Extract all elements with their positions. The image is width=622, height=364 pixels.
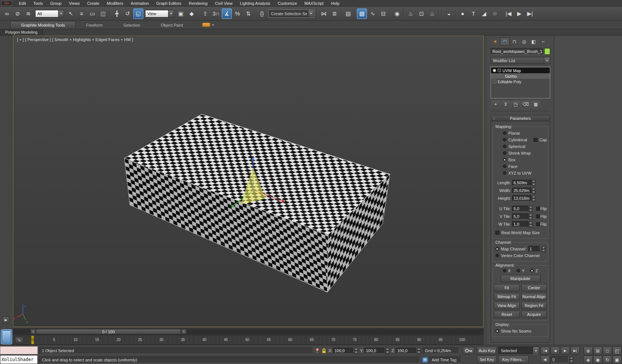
spinner-down-icon[interactable]: ▼: [354, 351, 358, 354]
application-logo-icon[interactable]: 3ds: [1, 1, 12, 6]
window-crossing-toggle[interactable]: ◫: [98, 9, 108, 19]
menu-item-group[interactable]: Group: [47, 1, 66, 6]
ribbon-tab-selection[interactable]: Selection: [113, 21, 150, 29]
track-bar[interactable]: ∿ 05101520253035404550556065707580859095…: [13, 335, 484, 345]
spinner-down-icon[interactable]: ▼: [385, 351, 389, 354]
mirror-button[interactable]: ⋈: [319, 9, 329, 19]
align-button-center[interactable]: Center: [521, 284, 547, 291]
spinner-up-icon[interactable]: ▲: [385, 348, 389, 351]
axis-y-radio[interactable]: [516, 269, 520, 273]
coord-y-field[interactable]: 100,0: [364, 348, 384, 354]
spinner-down-icon[interactable]: ▼: [529, 209, 533, 212]
face-radio[interactable]: [503, 165, 506, 168]
spinner-down-icon[interactable]: ▼: [529, 224, 533, 228]
map-channel-field[interactable]: 1: [528, 246, 539, 252]
frame-spinner[interactable]: ▲ ▼: [569, 357, 573, 363]
tab-motion[interactable]: ◎: [519, 37, 529, 46]
open-mini-curve-editor-button[interactable]: ∿: [15, 337, 23, 343]
menu-item-customize[interactable]: Customize: [274, 1, 301, 6]
make-unique-button[interactable]: ◳: [511, 101, 520, 108]
plugin-globe-button[interactable]: ◒: [444, 9, 454, 19]
modifier-list-dropdown[interactable]: Modifier List ▾: [491, 57, 550, 64]
spinner-up-icon[interactable]: ▲: [529, 213, 533, 217]
tile-u-tile-flip-checkbox[interactable]: [536, 207, 540, 211]
zoom-all-button[interactable]: ⊞: [593, 347, 602, 355]
set-keys-button[interactable]: [463, 347, 475, 354]
spinner-up-icon[interactable]: ▲: [569, 357, 573, 360]
menu-item-create[interactable]: Create: [83, 1, 103, 6]
add-time-tag-field[interactable]: Add Time Tag: [429, 357, 461, 363]
toggle-scene-explorer-button[interactable]: ▧: [357, 9, 367, 19]
align-button-view-align[interactable]: View Align: [494, 302, 520, 309]
modifier-stack-item-uvw-map[interactable]: -UVW Map: [491, 68, 550, 73]
tile-u-tile-field[interactable]: 5,0: [512, 206, 528, 212]
align-button-fit[interactable]: Fit: [494, 284, 520, 291]
rendered-frame-window-button[interactable]: ⊡: [417, 9, 427, 19]
modifier-stack-item-gizmo[interactable]: Gizmo: [491, 73, 550, 79]
edit-named-selection-sets-button[interactable]: {}: [257, 9, 267, 19]
viewport-layout-tab[interactable]: [1, 329, 12, 344]
coord-z-field[interactable]: 100,0: [396, 348, 416, 354]
maximize-viewport-button[interactable]: ▣: [612, 355, 622, 364]
tile-w-tile-field[interactable]: 1,0: [512, 221, 528, 227]
spinner-down-icon[interactable]: ▼: [529, 216, 533, 220]
dim-width-field[interactable]: 25,629m: [512, 188, 531, 193]
spinner-up-icon[interactable]: ▲: [532, 195, 536, 199]
bind-to-space-warp-button[interactable]: ≋: [23, 9, 33, 19]
spinner-up-icon[interactable]: ▲: [417, 348, 421, 351]
gizmo-x-handle[interactable]: [282, 200, 284, 202]
use-pivot-point-center-button[interactable]: ▣: [176, 9, 186, 19]
named-selection-sets-dropdown[interactable]: Create Selection Se▾: [269, 10, 314, 17]
dim-height-spinner[interactable]: ▲▼: [532, 195, 536, 202]
axis-z[interactable]: Z: [530, 269, 538, 273]
chevron-down-icon[interactable]: ▾: [58, 10, 64, 17]
expand-toggle-icon[interactable]: +: [493, 80, 496, 83]
time-slider-row[interactable]: < 0 / 100 >: [13, 328, 484, 335]
align-button-acquire[interactable]: Acquire: [521, 311, 547, 318]
zoom-extents-button[interactable]: □: [603, 347, 612, 355]
previous-frame-button[interactable]: ◀: [551, 347, 560, 355]
dim-length-field[interactable]: 6,509m: [512, 180, 531, 186]
show-end-result-button[interactable]: ⊻: [501, 101, 510, 108]
select-and-move-button[interactable]: ╋: [112, 9, 122, 19]
spinner-down-icon[interactable]: ▼: [417, 351, 421, 354]
configure-modifier-sets-button[interactable]: ▦: [531, 101, 540, 108]
coord-z-spinner[interactable]: ▲▼: [417, 348, 421, 354]
dim-width-spinner[interactable]: ▲▼: [532, 188, 536, 194]
menu-item-edit[interactable]: Edit: [15, 1, 30, 6]
spinner-down-icon[interactable]: ▼: [532, 198, 536, 202]
time-tag-control[interactable]: Add Time Tag: [422, 357, 461, 363]
auto-key-button[interactable]: Auto Key: [477, 347, 497, 355]
spherical-radio[interactable]: [503, 145, 506, 148]
current-frame-field[interactable]: 0: [551, 356, 568, 363]
menu-item-lighting-analysis[interactable]: Lighting Analysis: [236, 1, 274, 6]
select-and-rotate-button[interactable]: ↺: [123, 9, 133, 19]
spinner-up-icon[interactable]: ▲: [529, 206, 533, 209]
spinner-up-icon[interactable]: ▲: [532, 188, 536, 191]
curve-editor-button[interactable]: ∿: [368, 9, 378, 19]
spinner-up-icon[interactable]: ▲: [542, 246, 546, 249]
map-channel-spinner[interactable]: ▲ ▼: [542, 246, 546, 252]
expand-toggle-icon[interactable]: -: [498, 69, 501, 72]
xyz-to-uvw-radio[interactable]: [503, 171, 506, 175]
material-sphere-button[interactable]: ●: [458, 9, 468, 19]
menu-item-graph-editors[interactable]: Graph Editors: [153, 1, 185, 6]
box-radio[interactable]: [503, 158, 506, 162]
viewport-scene[interactable]: z x y: [13, 36, 483, 327]
angle-snap-toggle[interactable]: ∡: [222, 9, 232, 19]
ribbon-tab-object-paint[interactable]: Object Paint: [150, 21, 193, 29]
cap-checkbox[interactable]: [534, 138, 538, 142]
align-button[interactable]: ≣: [330, 9, 340, 19]
go-to-start-button[interactable]: |◀: [541, 347, 550, 355]
vertex-color-channel-radio[interactable]: [495, 254, 499, 257]
batch-play-button[interactable]: ▶: [514, 9, 524, 19]
select-and-manipulate-button[interactable]: ◆: [187, 9, 197, 19]
show-no-seams-radio[interactable]: [495, 329, 499, 333]
batch-forward-button[interactable]: ▶|: [525, 9, 535, 19]
maxscript-mini-listener[interactable]: XoliulShader: [0, 355, 38, 364]
tile-w-tile-spinner[interactable]: ▲▼: [529, 221, 533, 228]
reference-coordinate-system-dropdown[interactable]: View▾: [145, 10, 174, 17]
axis-z-radio[interactable]: [530, 269, 534, 273]
key-filters-button[interactable]: Key Filters...: [498, 355, 529, 364]
rectangular-selection-region-button[interactable]: ▭: [87, 9, 97, 19]
